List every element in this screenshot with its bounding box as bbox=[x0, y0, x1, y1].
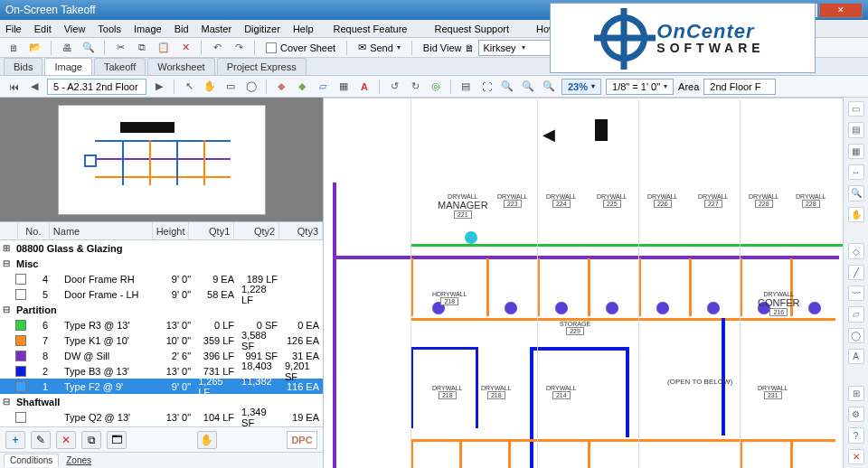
shape1-icon[interactable]: ◆ bbox=[273, 79, 289, 95]
prev-page-icon[interactable]: ◀ bbox=[26, 79, 42, 95]
copy-icon[interactable]: ⧉ bbox=[134, 40, 150, 56]
new-icon[interactable]: 🗎 bbox=[5, 40, 22, 56]
folder-open-icon[interactable]: 📂 bbox=[27, 40, 43, 56]
undo-icon[interactable]: ↶ bbox=[209, 40, 225, 56]
sheet-dropdown[interactable]: 5 - A2.31 2nd Floor bbox=[47, 79, 146, 95]
toolbar-image: ⏮ ◀ 5 - A2.31 2nd Floor ▶ ↖ ✋ ▭ ◯ ◆ ◆ ▱ … bbox=[0, 76, 868, 98]
menu-view[interactable]: View bbox=[64, 23, 86, 34]
palette-count-icon[interactable]: ◯ bbox=[848, 328, 864, 343]
hand-button[interactable]: ✋ bbox=[197, 431, 217, 449]
room-label: DRYWALLCONFER216 bbox=[758, 291, 799, 316]
palette-dim-icon[interactable]: ↔ bbox=[848, 164, 864, 180]
edit-button[interactable]: ✎ bbox=[31, 431, 51, 449]
layers-icon[interactable]: ▤ bbox=[458, 79, 474, 95]
grid-row[interactable]: 7 Type K1 @ 10' 10' 0" 359 LF 3,588 SF 1… bbox=[0, 332, 323, 348]
grid-body[interactable]: ⊞08800 Glass & Glazing⊟Misc 4 Door Frame… bbox=[0, 240, 323, 426]
palette-settings-icon[interactable]: ⚙ bbox=[848, 407, 864, 422]
zoom-extents-icon[interactable]: ⛶ bbox=[478, 79, 495, 95]
grid-group[interactable]: ⊟Misc bbox=[0, 256, 323, 271]
shape2-icon[interactable]: ◆ bbox=[294, 79, 310, 95]
col-qty3[interactable]: Qty3 bbox=[279, 222, 323, 239]
palette-text-icon[interactable]: A bbox=[848, 349, 864, 364]
palette-layers-icon[interactable]: ▤ bbox=[848, 122, 864, 137]
grid-row[interactable]: 5 Door Frame - LH 9' 0" 58 EA 1,228 LF bbox=[0, 286, 323, 302]
close-button[interactable]: ✕ bbox=[819, 3, 863, 18]
palette-curve-icon[interactable]: 〰 bbox=[848, 285, 864, 301]
menu-help[interactable]: Help bbox=[293, 23, 314, 34]
rotate-right-icon[interactable]: ↻ bbox=[407, 79, 423, 95]
palette-line-icon[interactable]: ╱ bbox=[848, 265, 864, 280]
add-button[interactable]: + bbox=[5, 431, 25, 449]
palette-select-icon[interactable]: ▭ bbox=[848, 101, 864, 117]
first-page-icon[interactable]: ⏮ bbox=[5, 79, 22, 95]
col-qty2[interactable]: Qty2 bbox=[234, 222, 279, 239]
select-rect-icon[interactable]: ▭ bbox=[222, 79, 239, 95]
grid-group[interactable]: ⊟Partition bbox=[0, 302, 323, 317]
menu-master[interactable]: Master bbox=[202, 23, 232, 34]
grid-group[interactable]: ⊞08800 Glass & Glazing bbox=[0, 240, 323, 256]
cover-sheet-checkbox[interactable] bbox=[266, 42, 277, 53]
text-icon[interactable]: A bbox=[356, 79, 373, 95]
palette-zoom-icon[interactable]: 🔍 bbox=[848, 185, 864, 201]
scale-dropdown[interactable]: 1/8" = 1' 0"▾ bbox=[606, 79, 674, 95]
zoom-out-icon[interactable]: 🔍 bbox=[499, 79, 515, 95]
envelope-icon: ✉ bbox=[358, 42, 366, 53]
menu-tools[interactable]: Tools bbox=[98, 23, 121, 34]
palette-grid-icon[interactable]: ▦ bbox=[848, 144, 864, 159]
menu-edit[interactable]: Edit bbox=[34, 23, 52, 34]
zoom-window-icon[interactable]: 🔍 bbox=[541, 79, 557, 95]
menu-digitizer[interactable]: Digitizer bbox=[244, 23, 280, 34]
col-no[interactable]: No. bbox=[18, 222, 50, 239]
tab-bids[interactable]: Bids bbox=[4, 58, 42, 75]
duplicate-button[interactable]: ⧉ bbox=[81, 431, 101, 449]
room-label: STORAGE229 bbox=[560, 321, 590, 335]
zoom-value[interactable]: 23%▾ bbox=[561, 79, 601, 95]
menu-bid[interactable]: Bid bbox=[175, 23, 189, 34]
hatch-icon[interactable]: ▦ bbox=[335, 79, 352, 95]
palette-area-icon[interactable]: ▱ bbox=[848, 306, 864, 322]
palette-help-icon[interactable]: ? bbox=[848, 427, 864, 443]
thumbnail-pane[interactable] bbox=[0, 98, 323, 222]
mini-tab-conditions[interactable]: Conditions bbox=[4, 454, 59, 467]
pan-icon[interactable]: ✋ bbox=[202, 79, 218, 95]
mini-tab-zones[interactable]: Zones bbox=[66, 455, 91, 465]
tab-image[interactable]: Image bbox=[44, 58, 92, 75]
grid-row[interactable]: 1 Type F2 @ 9' 9' 0" 1,265 LF 11,382 ...… bbox=[0, 379, 323, 394]
tab-project-express[interactable]: Project Express bbox=[217, 58, 307, 75]
palette-hand-icon[interactable]: ✋ bbox=[848, 207, 864, 222]
menu-file[interactable]: File bbox=[5, 23, 22, 34]
col-qty1[interactable]: Qty1 bbox=[189, 222, 234, 239]
print-preview-icon[interactable]: 🔍 bbox=[80, 40, 97, 56]
shape3-icon[interactable]: ▱ bbox=[315, 79, 331, 95]
rotate-left-icon[interactable]: ↺ bbox=[386, 79, 402, 95]
select-lasso-icon[interactable]: ◯ bbox=[243, 79, 259, 95]
delete-button[interactable]: ✕ bbox=[56, 431, 76, 449]
cut-icon[interactable]: ✂ bbox=[112, 40, 128, 56]
next-page-icon[interactable]: ▶ bbox=[151, 79, 167, 95]
grid-row[interactable]: Type Q2 @ 13' 13' 0" 104 LF 1,349 SF 19 … bbox=[0, 409, 323, 425]
palette-close-icon[interactable]: ✕ bbox=[848, 449, 864, 464]
paste-icon[interactable]: 📋 bbox=[156, 40, 172, 56]
redo-icon[interactable]: ↷ bbox=[231, 40, 247, 56]
palette-snap-icon[interactable]: ⊞ bbox=[848, 386, 864, 401]
tab-worksheet[interactable]: Worksheet bbox=[147, 58, 214, 75]
drawing-canvas[interactable]: (OPEN TO BELOW) ◀ DRYWALLMANAGER221DRYWA… bbox=[324, 98, 843, 468]
tab-takeoff[interactable]: Takeoff bbox=[94, 58, 146, 75]
palette-shape-icon[interactable]: ◇ bbox=[848, 243, 864, 258]
dpc-button[interactable]: DPC bbox=[287, 431, 317, 449]
zoom-in-icon[interactable]: 🔍 bbox=[520, 79, 536, 95]
properties-button[interactable]: 🗔 bbox=[107, 431, 127, 449]
print-icon[interactable]: 🖶 bbox=[59, 40, 75, 56]
send-button[interactable]: ✉ Send ▾ bbox=[354, 42, 404, 53]
room-label: DRYWALL218 bbox=[481, 385, 511, 399]
col-name[interactable]: Name bbox=[50, 222, 154, 239]
area-dropdown[interactable]: 2nd Floor F bbox=[703, 79, 776, 95]
menu-request-feature[interactable]: Request Feature bbox=[326, 23, 415, 34]
pointer-icon[interactable]: ↖ bbox=[181, 79, 197, 95]
menu-image[interactable]: Image bbox=[134, 23, 162, 34]
bidview-dropdown[interactable]: Kirksey▾ bbox=[478, 40, 560, 56]
target-icon[interactable]: ◎ bbox=[428, 79, 444, 95]
col-height[interactable]: Height bbox=[153, 222, 189, 239]
delete-icon[interactable]: ✕ bbox=[177, 40, 193, 56]
menu-request-support[interactable]: Request Support bbox=[427, 23, 516, 34]
